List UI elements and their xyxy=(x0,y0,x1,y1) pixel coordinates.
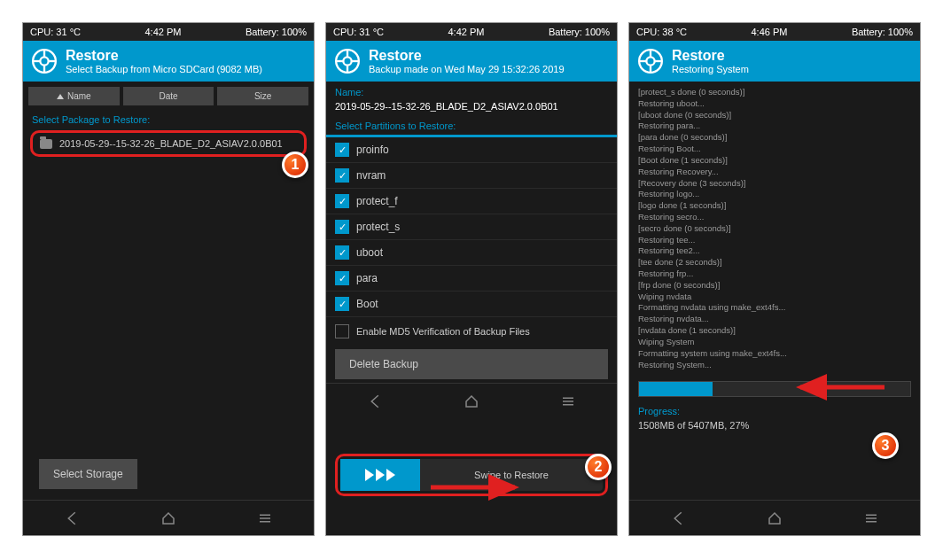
progress-text: 1508MB of 5407MB, 27% xyxy=(638,420,911,431)
chevron-right-icon xyxy=(386,469,395,481)
name-label: Name: xyxy=(335,87,608,97)
home-icon[interactable] xyxy=(464,393,479,409)
menu-icon[interactable] xyxy=(560,393,576,409)
log-line: [logo done (1 seconds)] xyxy=(638,200,911,212)
log-line: [secro done (0 seconds)] xyxy=(638,223,911,235)
battery: Battery: 100% xyxy=(245,27,307,37)
checkbox-icon[interactable]: ✓ xyxy=(335,271,349,285)
partition-list[interactable]: ✓proinfo ✓nvram ✓protect_f ✓protect_s ✓u… xyxy=(326,135,617,317)
back-icon[interactable] xyxy=(670,510,686,526)
checkbox-icon[interactable]: ✓ xyxy=(335,143,349,157)
partition-row[interactable]: ✓uboot xyxy=(326,240,617,266)
page-subtitle: Backup made on Wed May 29 15:32:26 2019 xyxy=(369,64,565,74)
back-icon[interactable] xyxy=(367,393,383,409)
clock: 4:42 PM xyxy=(144,27,181,37)
back-icon[interactable] xyxy=(64,510,80,526)
nav-bar xyxy=(326,383,617,418)
sort-bar: Name Date Size xyxy=(23,82,314,111)
log-line: Restoring uboot... xyxy=(638,98,911,110)
log-line: [protect_s done (0 seconds)] xyxy=(638,87,911,98)
battery: Battery: 100% xyxy=(549,27,610,37)
battery: Battery: 100% xyxy=(852,27,913,37)
log-line: Restoring para... xyxy=(638,121,911,132)
home-icon[interactable] xyxy=(160,510,176,526)
page-title: Restore xyxy=(66,48,262,64)
select-storage-button[interactable]: Select Storage xyxy=(39,459,137,489)
log-line: Restoring Boot... xyxy=(638,144,911,155)
log-line: Restoring Recovery... xyxy=(638,167,911,178)
page-subtitle: Select Backup from Micro SDCard (9082 MB… xyxy=(66,64,262,74)
annotation-badge-3: 3 xyxy=(872,432,899,459)
screen-1: CPU: 31 °C 4:42 PM Battery: 100% Restore… xyxy=(22,22,315,536)
menu-icon[interactable] xyxy=(257,510,273,526)
status-bar: CPU: 31 °C 4:42 PM Battery: 100% xyxy=(23,23,314,41)
log-line: [Boot done (1 seconds)] xyxy=(638,155,911,167)
section-label: Select Package to Restore: xyxy=(23,111,314,128)
partitions-label: Select Partitions to Restore: xyxy=(326,117,617,135)
checkbox-icon[interactable]: ✓ xyxy=(335,245,349,260)
annotation-badge-2: 2 xyxy=(585,454,612,480)
status-bar: CPU: 38 °C 4:46 PM Battery: 100% xyxy=(629,23,920,41)
backup-folder-row[interactable]: 2019-05-29--15-32-26_BLADE_D2_ASIAV2.0.0… xyxy=(30,130,307,157)
log-line: [frp done (0 seconds)] xyxy=(638,280,911,292)
partition-row[interactable]: ✓protect_s xyxy=(326,214,617,240)
partition-row[interactable]: ✓protect_f xyxy=(326,189,617,214)
log-output: [protect_s done (0 seconds)]Restoring ub… xyxy=(629,82,920,376)
checkbox-icon[interactable]: ✓ xyxy=(335,168,349,183)
svg-point-20 xyxy=(646,57,654,65)
md5-label: Enable MD5 Verification of Backup Files xyxy=(356,326,530,337)
partition-row[interactable]: ✓proinfo xyxy=(326,137,617,163)
twrp-logo-icon xyxy=(335,49,360,74)
cpu-temp: CPU: 38 °C xyxy=(636,27,687,37)
partition-row[interactable]: ✓nvram xyxy=(326,163,617,189)
twrp-logo-icon xyxy=(638,49,663,74)
swipe-handle[interactable] xyxy=(340,459,420,491)
log-line: Wiping nvdata xyxy=(638,292,911,303)
swipe-container: Swipe to Restore xyxy=(335,454,608,496)
log-line: [Recovery done (3 seconds)] xyxy=(638,178,911,190)
log-line: [tee done (2 seconds)] xyxy=(638,257,911,268)
backup-name-block: Name: 2019-05-29--15-32-26_BLADE_D2_ASIA… xyxy=(326,82,617,117)
cpu-temp: CPU: 31 °C xyxy=(333,27,384,37)
log-line: Restoring secro... xyxy=(638,212,911,223)
log-line: Formatting system using make_ext4fs... xyxy=(638,348,911,360)
log-line: Wiping System xyxy=(638,337,911,348)
clock: 4:46 PM xyxy=(751,27,787,37)
checkbox-icon[interactable]: ✓ xyxy=(335,220,349,234)
log-line: Restoring nvdata... xyxy=(638,314,911,325)
delete-backup-button[interactable]: Delete Backup xyxy=(335,349,608,379)
cpu-temp: CPU: 31 °C xyxy=(30,27,81,37)
folder-icon xyxy=(40,139,52,149)
partition-row[interactable]: ✓para xyxy=(326,266,617,292)
log-line: Restoring logo... xyxy=(638,189,911,200)
status-bar: CPU: 31 °C 4:42 PM Battery: 100% xyxy=(326,23,617,41)
screen-3: CPU: 38 °C 4:46 PM Battery: 100% Restore… xyxy=(628,22,921,536)
checkbox-empty-icon[interactable] xyxy=(335,324,349,338)
backup-name: 2019-05-29--15-32-26_BLADE_D2_ASIAV2.0.0… xyxy=(335,101,608,112)
log-line: Restoring tee2... xyxy=(638,245,911,257)
checkbox-icon[interactable]: ✓ xyxy=(335,297,349,311)
log-line: Restoring frp... xyxy=(638,268,911,280)
log-line: [nvdata done (1 seconds)] xyxy=(638,325,911,337)
partition-row[interactable]: ✓Boot xyxy=(326,292,617,317)
sort-asc-icon xyxy=(57,94,64,99)
sort-size-button[interactable]: Size xyxy=(217,87,308,105)
sort-name-button[interactable]: Name xyxy=(28,87,120,105)
page-subtitle: Restoring System xyxy=(672,64,749,74)
svg-point-10 xyxy=(343,57,351,65)
annotation-arrow-icon xyxy=(787,374,893,401)
checkbox-icon[interactable]: ✓ xyxy=(335,194,349,208)
log-line: Formatting nvdata using make_ext4fs... xyxy=(638,302,911,314)
sort-date-button[interactable]: Date xyxy=(123,87,214,105)
nav-bar xyxy=(629,500,920,535)
chevron-right-icon xyxy=(376,469,385,481)
progress-label: Progress: xyxy=(638,406,911,416)
log-line: Restoring tee... xyxy=(638,235,911,246)
twrp-header: Restore Restoring System xyxy=(629,41,920,82)
page-title: Restore xyxy=(672,48,749,64)
clock: 4:42 PM xyxy=(448,27,484,37)
progress-fill xyxy=(639,382,713,396)
home-icon[interactable] xyxy=(767,510,783,526)
menu-icon[interactable] xyxy=(863,510,879,526)
md5-row[interactable]: Enable MD5 Verification of Backup Files xyxy=(326,317,617,346)
